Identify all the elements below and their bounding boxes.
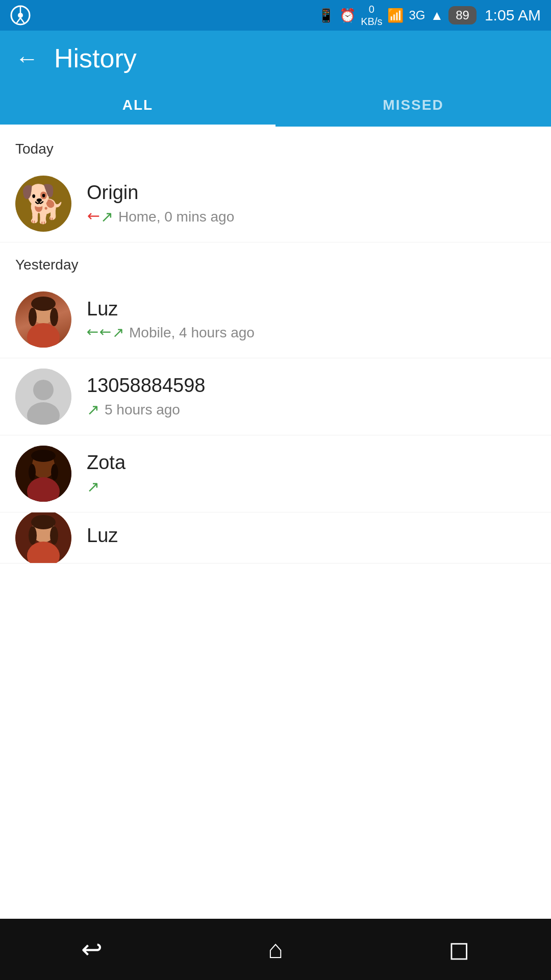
call-detail-text-luz1: Mobile, 4 hours ago bbox=[129, 325, 255, 341]
signal-icon: ▲ bbox=[430, 8, 443, 23]
avatar-unknown bbox=[15, 369, 71, 425]
svg-point-8 bbox=[31, 297, 56, 311]
contact-name-luz2: Luz bbox=[87, 525, 536, 547]
avatar-zota bbox=[15, 446, 71, 502]
svg-point-27 bbox=[50, 526, 58, 545]
data-speed: 0KB/s bbox=[361, 3, 382, 28]
contact-name-luz1: Luz bbox=[87, 298, 536, 320]
call-arrows-luz1: ↗ ↗ ↗ bbox=[87, 324, 124, 341]
outgoing-arrow-unknown: ↗ bbox=[87, 401, 99, 419]
call-info-luz1: Luz ↗ ↗ ↗ Mobile, 4 hours ago bbox=[87, 298, 536, 341]
back-button[interactable]: ← bbox=[15, 46, 39, 70]
svg-line-3 bbox=[16, 18, 20, 23]
svg-point-10 bbox=[50, 308, 58, 326]
call-detail-text-unknown: 5 hours ago bbox=[105, 402, 180, 418]
call-detail-luz1: ↗ ↗ ↗ Mobile, 4 hours ago bbox=[87, 324, 536, 341]
call-item-zota[interactable]: Zota ↗ bbox=[0, 435, 551, 512]
battery-icon: 89 bbox=[448, 6, 477, 24]
status-right-icons: 📱 ⏰ 0KB/s 📶 3G ▲ 89 1:05 AM bbox=[318, 3, 541, 28]
call-detail-text-origin: Home, 0 mins ago bbox=[118, 209, 234, 225]
svg-line-4 bbox=[20, 18, 24, 23]
avatar-luz1 bbox=[15, 291, 71, 348]
alarm-icon: ⏰ bbox=[339, 8, 356, 23]
svg-point-18 bbox=[31, 450, 56, 462]
section-header-today: Today bbox=[0, 127, 551, 165]
nav-recent-button[interactable]: ◻ bbox=[429, 919, 490, 980]
nav-home-button[interactable]: ⌂ bbox=[245, 919, 306, 980]
call-item-luz1[interactable]: Luz ↗ ↗ ↗ Mobile, 4 hours ago bbox=[0, 281, 551, 358]
outgoing-arrow: ↗ bbox=[101, 208, 113, 226]
status-left-icons bbox=[10, 5, 31, 26]
svg-point-19 bbox=[29, 464, 36, 480]
avatar-svg-zota bbox=[15, 446, 71, 502]
contact-name-zota: Zota bbox=[87, 452, 536, 474]
call-info-unknown: 13058884598 ↗ 5 hours ago bbox=[87, 375, 536, 419]
contact-name-origin: Origin bbox=[87, 182, 536, 204]
call-arrows-origin: ↗ ↗ bbox=[87, 208, 113, 226]
call-history-list: Today 🐕 Origin ↗ ↗ Home, 0 mins ago Yest… bbox=[0, 127, 551, 980]
svg-point-12 bbox=[33, 380, 54, 400]
call-detail-zota: ↗ bbox=[87, 478, 536, 496]
page-title: History bbox=[54, 43, 137, 74]
section-header-yesterday: Yesterday bbox=[0, 242, 551, 281]
wifi-icon: 📶 bbox=[387, 8, 404, 23]
call-detail-unknown: ↗ 5 hours ago bbox=[87, 401, 536, 419]
steering-wheel-icon bbox=[10, 5, 31, 26]
svg-point-20 bbox=[51, 464, 58, 480]
call-item-origin[interactable]: 🐕 Origin ↗ ↗ Home, 0 mins ago bbox=[0, 165, 551, 242]
bottom-navigation: ↩ ⌂ ◻ bbox=[0, 919, 551, 980]
call-info-zota: Zota ↗ bbox=[87, 452, 536, 496]
contact-name-unknown: 13058884598 bbox=[87, 375, 536, 397]
app-bar: ← History bbox=[0, 31, 551, 84]
svg-point-1 bbox=[18, 13, 23, 18]
call-item-luz2[interactable]: Luz bbox=[0, 512, 551, 564]
svg-point-26 bbox=[29, 526, 37, 545]
call-item-unknown[interactable]: 13058884598 ↗ 5 hours ago bbox=[0, 358, 551, 435]
network-type: 3G bbox=[409, 8, 425, 22]
svg-point-9 bbox=[29, 308, 37, 326]
tab-missed[interactable]: MISSED bbox=[276, 84, 551, 127]
nav-back-button[interactable]: ↩ bbox=[61, 919, 122, 980]
call-info-origin: Origin ↗ ↗ Home, 0 mins ago bbox=[87, 182, 536, 226]
call-arrows-zota: ↗ bbox=[87, 478, 99, 496]
avatar-svg-luz2 bbox=[15, 512, 71, 564]
outgoing-arrow-luz1: ↗ bbox=[112, 324, 124, 341]
call-info-luz2: Luz bbox=[87, 525, 536, 551]
svg-point-25 bbox=[31, 515, 56, 529]
status-time: 1:05 AM bbox=[485, 7, 541, 24]
outgoing-arrow-zota: ↗ bbox=[87, 478, 99, 496]
avatar-svg-unknown bbox=[15, 369, 71, 425]
tabs-bar: ALL MISSED bbox=[0, 84, 551, 127]
call-arrows-unknown: ↗ bbox=[87, 401, 99, 419]
tab-all[interactable]: ALL bbox=[0, 84, 276, 127]
phone-icon: 📱 bbox=[318, 8, 334, 23]
svg-point-6 bbox=[27, 323, 60, 348]
avatar-luz2 bbox=[15, 512, 71, 564]
status-bar: 📱 ⏰ 0KB/s 📶 3G ▲ 89 1:05 AM bbox=[0, 0, 551, 31]
avatar-svg-luz1 bbox=[15, 291, 71, 348]
call-detail-origin: ↗ ↗ Home, 0 mins ago bbox=[87, 208, 536, 226]
avatar-origin: 🐕 bbox=[15, 176, 71, 232]
